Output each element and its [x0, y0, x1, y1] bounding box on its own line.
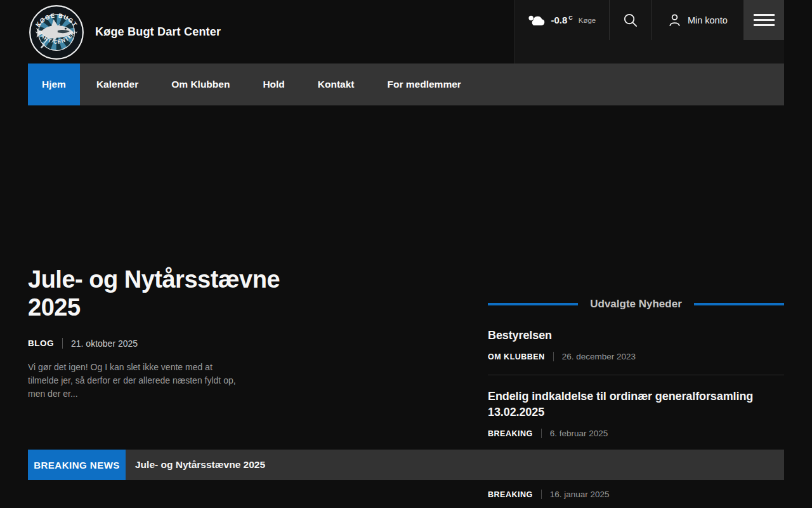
news-item-title[interactable]: Endelig indkaldelse til ordinær generalf…: [488, 389, 784, 420]
heading-rule-right: [694, 303, 784, 305]
cloud-icon: [527, 13, 545, 27]
breaking-news-ticker-item[interactable]: Jule- og Nytårsstævne 2025: [135, 459, 265, 471]
site-logo-link[interactable]: KØGE BUGT DART CENTER Køge Bugt Dart Cen…: [28, 0, 221, 64]
news-item-date: 6. februar 2025: [550, 429, 608, 438]
news-item-meta: BREAKING 16. januar 2025: [488, 490, 784, 499]
heading-rule-left: [488, 303, 578, 305]
weather-temperature: -0.8C: [551, 15, 572, 25]
weather-widget: -0.8C Køge: [514, 0, 610, 40]
featured-news-title: Udvalgte Nyheder: [590, 298, 682, 311]
meta-divider: [541, 490, 542, 499]
nav-item-hold[interactable]: Hold: [246, 64, 301, 105]
search-button[interactable]: [610, 0, 652, 40]
hero-post-date: 21. oktober 2025: [71, 338, 138, 349]
breaking-news-label: BREAKING NEWS: [28, 450, 126, 480]
page: KØGE BUGT DART CENTER Køge Bugt Dart Cen…: [0, 0, 812, 508]
news-item-category[interactable]: BREAKING: [488, 490, 533, 499]
news-item-category[interactable]: OM KLUBBEN: [488, 352, 545, 361]
hero-post-meta: BLOG 21. oktober 2025: [28, 338, 307, 349]
hero-post-excerpt: Vi gør det igen! Og I kan slet ikke vent…: [28, 361, 239, 401]
meta-divider: [62, 338, 63, 349]
weather-location: Køge: [579, 17, 596, 24]
menu-toggle-button[interactable]: [743, 0, 784, 40]
hero-section: Jule- og Nytårsstævne 2025 BLOG 21. okto…: [0, 105, 812, 450]
nav-item-for-medlemmer[interactable]: For medlemmer: [371, 64, 478, 105]
site-title: Køge Bugt Dart Center: [95, 25, 221, 39]
header-utility-bar: -0.8C Køge Min konto: [514, 0, 784, 64]
weather-unit: C: [568, 15, 573, 21]
club-logo-icon: KØGE BUGT DART CENTER: [28, 4, 85, 61]
news-item: Endelig indkaldelse til ordinær generalf…: [488, 389, 784, 438]
nav-item-kalender[interactable]: Kalender: [80, 64, 155, 105]
my-account-button[interactable]: Min konto: [652, 0, 744, 40]
hero-featured-post: Jule- og Nytårsstævne 2025 BLOG 21. okto…: [28, 265, 307, 401]
user-icon: [667, 13, 682, 27]
hamburger-icon: [754, 14, 775, 16]
news-item-title[interactable]: Bestyrelsen: [488, 328, 784, 344]
news-item-date: 26. december 2023: [562, 352, 636, 361]
list-divider: [488, 375, 784, 375]
meta-divider: [553, 352, 554, 361]
site-header: KØGE BUGT DART CENTER Køge Bugt Dart Cen…: [28, 0, 784, 64]
nav-item-kontakt[interactable]: Kontakt: [301, 64, 371, 105]
nav-item-hjem[interactable]: Hjem: [28, 64, 80, 105]
main-navigation: Hjem Kalender Om Klubben Hold Kontakt Fo…: [28, 64, 784, 105]
news-item: Bestyrelsen OM KLUBBEN 26. december 2023: [488, 328, 784, 361]
hero-post-title[interactable]: Jule- og Nytårsstævne 2025: [28, 265, 302, 321]
hero-post-category[interactable]: BLOG: [28, 338, 54, 348]
news-item-category[interactable]: BREAKING: [488, 429, 533, 438]
nav-item-om-klubben[interactable]: Om Klubben: [155, 64, 246, 105]
news-item-date: 16. januar 2025: [550, 490, 610, 499]
breaking-news-bar: BREAKING NEWS Jule- og Nytårsstævne 2025: [28, 450, 784, 480]
meta-divider: [541, 429, 542, 438]
news-item-meta: BREAKING 6. februar 2025: [488, 429, 784, 438]
featured-news-heading: Udvalgte Nyheder: [488, 296, 784, 312]
my-account-label: Min konto: [688, 15, 728, 25]
search-icon: [622, 12, 638, 28]
news-item-meta: OM KLUBBEN 26. december 2023: [488, 352, 784, 361]
